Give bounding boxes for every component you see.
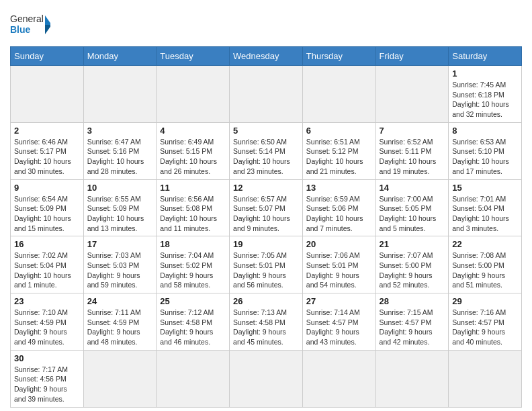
calendar-cell: 9Sunrise: 6:54 AM Sunset: 5:09 PM Daylig… <box>11 179 84 236</box>
week-row-5: 23Sunrise: 7:10 AM Sunset: 4:59 PM Dayli… <box>11 293 522 351</box>
calendar-cell <box>83 66 157 123</box>
day-info: Sunrise: 6:50 AM Sunset: 5:14 PM Dayligh… <box>233 137 299 177</box>
day-info: Sunrise: 6:47 AM Sunset: 5:16 PM Dayligh… <box>87 137 153 177</box>
calendar-cell <box>375 66 449 123</box>
week-row-4: 16Sunrise: 7:02 AM Sunset: 5:04 PM Dayli… <box>11 236 522 293</box>
day-number: 27 <box>306 296 372 306</box>
weekday-header-monday: Monday <box>83 47 157 66</box>
day-number: 30 <box>14 353 80 363</box>
calendar-cell: 28Sunrise: 7:15 AM Sunset: 4:57 PM Dayli… <box>375 293 449 351</box>
calendar-cell: 29Sunrise: 7:16 AM Sunset: 4:57 PM Dayli… <box>449 293 522 351</box>
calendar-cell: 10Sunrise: 6:55 AM Sunset: 5:09 PM Dayli… <box>83 179 157 236</box>
day-number: 11 <box>160 183 226 193</box>
day-number: 21 <box>380 239 445 249</box>
day-info: Sunrise: 6:52 AM Sunset: 5:11 PM Dayligh… <box>380 137 445 177</box>
calendar-cell: 3Sunrise: 6:47 AM Sunset: 5:16 PM Daylig… <box>83 122 157 179</box>
calendar-cell: 8Sunrise: 6:53 AM Sunset: 5:10 PM Daylig… <box>449 122 522 179</box>
calendar-cell <box>302 350 375 407</box>
day-number: 8 <box>452 126 518 136</box>
day-number: 2 <box>14 126 80 136</box>
day-info: Sunrise: 6:51 AM Sunset: 5:12 PM Dayligh… <box>306 137 372 177</box>
day-number: 16 <box>14 239 80 249</box>
day-info: Sunrise: 7:45 AM Sunset: 6:18 PM Dayligh… <box>452 80 518 120</box>
logo: General Blue <box>10 10 50 40</box>
day-info: Sunrise: 6:56 AM Sunset: 5:08 PM Dayligh… <box>160 194 226 234</box>
calendar-cell <box>375 350 449 407</box>
day-number: 17 <box>87 239 153 249</box>
calendar-cell <box>83 350 157 407</box>
week-row-2: 2Sunrise: 6:46 AM Sunset: 5:17 PM Daylig… <box>11 122 522 179</box>
day-info: Sunrise: 6:59 AM Sunset: 5:06 PM Dayligh… <box>306 194 372 234</box>
day-number: 18 <box>160 239 226 249</box>
day-number: 12 <box>233 183 299 193</box>
calendar-cell: 2Sunrise: 6:46 AM Sunset: 5:17 PM Daylig… <box>11 122 84 179</box>
calendar-cell <box>157 66 230 123</box>
calendar-cell: 22Sunrise: 7:08 AM Sunset: 5:00 PM Dayli… <box>449 236 522 293</box>
day-info: Sunrise: 7:05 AM Sunset: 5:01 PM Dayligh… <box>233 250 299 290</box>
calendar-cell <box>302 66 375 123</box>
weekday-header-sunday: Sunday <box>11 47 84 66</box>
day-info: Sunrise: 7:12 AM Sunset: 4:58 PM Dayligh… <box>160 308 226 347</box>
day-number: 5 <box>233 126 299 136</box>
day-info: Sunrise: 6:57 AM Sunset: 5:07 PM Dayligh… <box>233 194 299 234</box>
weekday-header-friday: Friday <box>375 47 449 66</box>
day-info: Sunrise: 7:13 AM Sunset: 4:58 PM Dayligh… <box>233 308 299 347</box>
weekday-header-saturday: Saturday <box>449 47 522 66</box>
day-info: Sunrise: 6:53 AM Sunset: 5:10 PM Dayligh… <box>452 137 518 177</box>
calendar-cell <box>11 66 84 123</box>
day-number: 1 <box>452 68 518 79</box>
calendar-cell <box>230 350 303 407</box>
day-info: Sunrise: 7:08 AM Sunset: 5:00 PM Dayligh… <box>452 250 518 290</box>
day-number: 24 <box>87 296 153 306</box>
day-number: 10 <box>87 183 153 193</box>
week-row-3: 9Sunrise: 6:54 AM Sunset: 5:09 PM Daylig… <box>11 179 522 236</box>
day-number: 15 <box>452 183 518 193</box>
calendar-cell: 4Sunrise: 6:49 AM Sunset: 5:15 PM Daylig… <box>157 122 230 179</box>
day-info: Sunrise: 7:04 AM Sunset: 5:02 PM Dayligh… <box>160 250 226 290</box>
calendar-cell: 25Sunrise: 7:12 AM Sunset: 4:58 PM Dayli… <box>157 293 230 351</box>
calendar-cell: 7Sunrise: 6:52 AM Sunset: 5:11 PM Daylig… <box>375 122 449 179</box>
calendar-cell <box>230 66 303 123</box>
calendar-cell: 18Sunrise: 7:04 AM Sunset: 5:02 PM Dayli… <box>157 236 230 293</box>
day-number: 25 <box>160 296 226 306</box>
day-number: 7 <box>380 126 445 136</box>
day-number: 13 <box>306 183 372 193</box>
calendar-cell: 19Sunrise: 7:05 AM Sunset: 5:01 PM Dayli… <box>230 236 303 293</box>
day-info: Sunrise: 7:02 AM Sunset: 5:04 PM Dayligh… <box>14 250 80 290</box>
day-info: Sunrise: 7:17 AM Sunset: 4:56 PM Dayligh… <box>14 365 80 404</box>
svg-text:General: General <box>10 13 44 24</box>
svg-marker-2 <box>45 15 50 25</box>
calendar-cell: 12Sunrise: 6:57 AM Sunset: 5:07 PM Dayli… <box>230 179 303 236</box>
day-number: 9 <box>14 183 80 193</box>
calendar-cell: 11Sunrise: 6:56 AM Sunset: 5:08 PM Dayli… <box>157 179 230 236</box>
logo-svg: General Blue <box>10 10 50 40</box>
day-info: Sunrise: 7:00 AM Sunset: 5:05 PM Dayligh… <box>380 194 445 234</box>
weekday-header-wednesday: Wednesday <box>230 47 303 66</box>
calendar-cell: 21Sunrise: 7:07 AM Sunset: 5:00 PM Dayli… <box>375 236 449 293</box>
day-info: Sunrise: 7:01 AM Sunset: 5:04 PM Dayligh… <box>452 194 518 234</box>
day-info: Sunrise: 7:16 AM Sunset: 4:57 PM Dayligh… <box>452 308 518 347</box>
calendar-cell: 6Sunrise: 6:51 AM Sunset: 5:12 PM Daylig… <box>302 122 375 179</box>
weekday-header-tuesday: Tuesday <box>157 47 230 66</box>
day-info: Sunrise: 6:49 AM Sunset: 5:15 PM Dayligh… <box>160 137 226 177</box>
day-info: Sunrise: 7:14 AM Sunset: 4:57 PM Dayligh… <box>306 308 372 347</box>
weekday-header-row: SundayMondayTuesdayWednesdayThursdayFrid… <box>11 47 522 66</box>
calendar-cell: 30Sunrise: 7:17 AM Sunset: 4:56 PM Dayli… <box>11 350 84 407</box>
calendar-cell: 24Sunrise: 7:11 AM Sunset: 4:59 PM Dayli… <box>83 293 157 351</box>
day-number: 29 <box>452 296 518 306</box>
weekday-header-thursday: Thursday <box>302 47 375 66</box>
calendar-cell: 16Sunrise: 7:02 AM Sunset: 5:04 PM Dayli… <box>11 236 84 293</box>
calendar-cell: 20Sunrise: 7:06 AM Sunset: 5:01 PM Dayli… <box>302 236 375 293</box>
svg-marker-3 <box>45 25 50 34</box>
day-number: 28 <box>380 296 445 306</box>
day-number: 26 <box>233 296 299 306</box>
calendar-cell: 13Sunrise: 6:59 AM Sunset: 5:06 PM Dayli… <box>302 179 375 236</box>
svg-text:Blue: Blue <box>10 24 31 35</box>
day-info: Sunrise: 7:06 AM Sunset: 5:01 PM Dayligh… <box>306 250 372 290</box>
calendar-cell <box>449 350 522 407</box>
day-info: Sunrise: 6:46 AM Sunset: 5:17 PM Dayligh… <box>14 137 80 177</box>
day-info: Sunrise: 7:11 AM Sunset: 4:59 PM Dayligh… <box>87 308 153 347</box>
week-row-1: 1Sunrise: 7:45 AM Sunset: 6:18 PM Daylig… <box>11 66 522 123</box>
day-info: Sunrise: 7:10 AM Sunset: 4:59 PM Dayligh… <box>14 308 80 347</box>
calendar-cell: 26Sunrise: 7:13 AM Sunset: 4:58 PM Dayli… <box>230 293 303 351</box>
